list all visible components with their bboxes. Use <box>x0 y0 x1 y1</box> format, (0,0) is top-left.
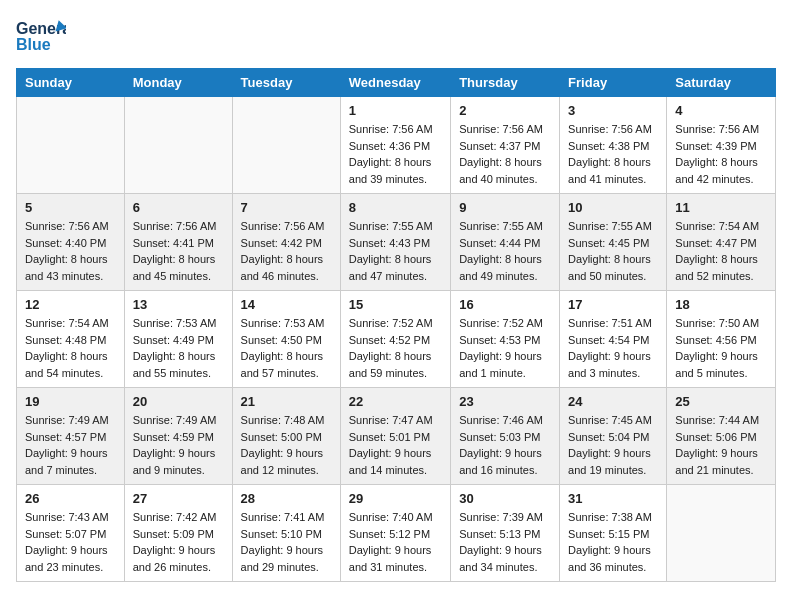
calendar-cell: 5Sunrise: 7:56 AMSunset: 4:40 PMDaylight… <box>17 194 125 291</box>
calendar-cell <box>232 97 340 194</box>
day-number: 23 <box>459 394 551 409</box>
calendar-cell: 16Sunrise: 7:52 AMSunset: 4:53 PMDayligh… <box>451 291 560 388</box>
day-info: Sunrise: 7:53 AMSunset: 4:50 PMDaylight:… <box>241 315 332 381</box>
calendar-cell: 13Sunrise: 7:53 AMSunset: 4:49 PMDayligh… <box>124 291 232 388</box>
calendar-cell: 15Sunrise: 7:52 AMSunset: 4:52 PMDayligh… <box>340 291 450 388</box>
day-info: Sunrise: 7:51 AMSunset: 4:54 PMDaylight:… <box>568 315 658 381</box>
day-info: Sunrise: 7:52 AMSunset: 4:53 PMDaylight:… <box>459 315 551 381</box>
calendar-cell: 12Sunrise: 7:54 AMSunset: 4:48 PMDayligh… <box>17 291 125 388</box>
calendar-cell <box>17 97 125 194</box>
day-info: Sunrise: 7:50 AMSunset: 4:56 PMDaylight:… <box>675 315 767 381</box>
calendar-week-2: 5Sunrise: 7:56 AMSunset: 4:40 PMDaylight… <box>17 194 776 291</box>
day-number: 31 <box>568 491 658 506</box>
calendar-week-1: 1Sunrise: 7:56 AMSunset: 4:36 PMDaylight… <box>17 97 776 194</box>
day-info: Sunrise: 7:54 AMSunset: 4:47 PMDaylight:… <box>675 218 767 284</box>
day-number: 17 <box>568 297 658 312</box>
logo-icon: General Blue <box>16 16 66 56</box>
day-number: 12 <box>25 297 116 312</box>
calendar-cell: 24Sunrise: 7:45 AMSunset: 5:04 PMDayligh… <box>560 388 667 485</box>
day-info: Sunrise: 7:56 AMSunset: 4:40 PMDaylight:… <box>25 218 116 284</box>
day-number: 26 <box>25 491 116 506</box>
day-number: 14 <box>241 297 332 312</box>
day-info: Sunrise: 7:44 AMSunset: 5:06 PMDaylight:… <box>675 412 767 478</box>
day-info: Sunrise: 7:56 AMSunset: 4:42 PMDaylight:… <box>241 218 332 284</box>
weekday-header-friday: Friday <box>560 69 667 97</box>
day-number: 6 <box>133 200 224 215</box>
calendar-cell: 1Sunrise: 7:56 AMSunset: 4:36 PMDaylight… <box>340 97 450 194</box>
calendar-cell: 2Sunrise: 7:56 AMSunset: 4:37 PMDaylight… <box>451 97 560 194</box>
day-info: Sunrise: 7:56 AMSunset: 4:39 PMDaylight:… <box>675 121 767 187</box>
day-number: 20 <box>133 394 224 409</box>
day-info: Sunrise: 7:52 AMSunset: 4:52 PMDaylight:… <box>349 315 442 381</box>
day-number: 11 <box>675 200 767 215</box>
day-number: 5 <box>25 200 116 215</box>
svg-text:Blue: Blue <box>16 36 51 53</box>
day-info: Sunrise: 7:49 AMSunset: 4:59 PMDaylight:… <box>133 412 224 478</box>
calendar-cell: 14Sunrise: 7:53 AMSunset: 4:50 PMDayligh… <box>232 291 340 388</box>
weekday-header-wednesday: Wednesday <box>340 69 450 97</box>
day-info: Sunrise: 7:48 AMSunset: 5:00 PMDaylight:… <box>241 412 332 478</box>
calendar-header-row: SundayMondayTuesdayWednesdayThursdayFrid… <box>17 69 776 97</box>
day-number: 30 <box>459 491 551 506</box>
day-number: 15 <box>349 297 442 312</box>
calendar-cell: 22Sunrise: 7:47 AMSunset: 5:01 PMDayligh… <box>340 388 450 485</box>
calendar-table: SundayMondayTuesdayWednesdayThursdayFrid… <box>16 68 776 582</box>
day-info: Sunrise: 7:56 AMSunset: 4:38 PMDaylight:… <box>568 121 658 187</box>
calendar-cell: 8Sunrise: 7:55 AMSunset: 4:43 PMDaylight… <box>340 194 450 291</box>
calendar-cell: 27Sunrise: 7:42 AMSunset: 5:09 PMDayligh… <box>124 485 232 582</box>
day-number: 13 <box>133 297 224 312</box>
logo: General Blue <box>16 16 66 56</box>
day-number: 16 <box>459 297 551 312</box>
day-number: 1 <box>349 103 442 118</box>
day-info: Sunrise: 7:55 AMSunset: 4:43 PMDaylight:… <box>349 218 442 284</box>
calendar-cell: 17Sunrise: 7:51 AMSunset: 4:54 PMDayligh… <box>560 291 667 388</box>
day-info: Sunrise: 7:46 AMSunset: 5:03 PMDaylight:… <box>459 412 551 478</box>
calendar-cell: 29Sunrise: 7:40 AMSunset: 5:12 PMDayligh… <box>340 485 450 582</box>
day-info: Sunrise: 7:56 AMSunset: 4:36 PMDaylight:… <box>349 121 442 187</box>
calendar-cell: 7Sunrise: 7:56 AMSunset: 4:42 PMDaylight… <box>232 194 340 291</box>
day-info: Sunrise: 7:53 AMSunset: 4:49 PMDaylight:… <box>133 315 224 381</box>
weekday-header-monday: Monday <box>124 69 232 97</box>
day-info: Sunrise: 7:56 AMSunset: 4:37 PMDaylight:… <box>459 121 551 187</box>
day-info: Sunrise: 7:41 AMSunset: 5:10 PMDaylight:… <box>241 509 332 575</box>
calendar-cell: 23Sunrise: 7:46 AMSunset: 5:03 PMDayligh… <box>451 388 560 485</box>
calendar-cell: 6Sunrise: 7:56 AMSunset: 4:41 PMDaylight… <box>124 194 232 291</box>
day-number: 25 <box>675 394 767 409</box>
day-info: Sunrise: 7:45 AMSunset: 5:04 PMDaylight:… <box>568 412 658 478</box>
day-info: Sunrise: 7:55 AMSunset: 4:44 PMDaylight:… <box>459 218 551 284</box>
calendar-week-4: 19Sunrise: 7:49 AMSunset: 4:57 PMDayligh… <box>17 388 776 485</box>
day-number: 4 <box>675 103 767 118</box>
calendar-cell: 10Sunrise: 7:55 AMSunset: 4:45 PMDayligh… <box>560 194 667 291</box>
day-info: Sunrise: 7:43 AMSunset: 5:07 PMDaylight:… <box>25 509 116 575</box>
day-number: 18 <box>675 297 767 312</box>
calendar-cell: 31Sunrise: 7:38 AMSunset: 5:15 PMDayligh… <box>560 485 667 582</box>
day-number: 9 <box>459 200 551 215</box>
day-number: 2 <box>459 103 551 118</box>
weekday-header-thursday: Thursday <box>451 69 560 97</box>
page-header: General Blue <box>16 16 776 56</box>
day-info: Sunrise: 7:47 AMSunset: 5:01 PMDaylight:… <box>349 412 442 478</box>
calendar-cell: 21Sunrise: 7:48 AMSunset: 5:00 PMDayligh… <box>232 388 340 485</box>
day-number: 29 <box>349 491 442 506</box>
day-number: 22 <box>349 394 442 409</box>
day-number: 10 <box>568 200 658 215</box>
calendar-cell: 30Sunrise: 7:39 AMSunset: 5:13 PMDayligh… <box>451 485 560 582</box>
calendar-cell: 25Sunrise: 7:44 AMSunset: 5:06 PMDayligh… <box>667 388 776 485</box>
calendar-cell: 19Sunrise: 7:49 AMSunset: 4:57 PMDayligh… <box>17 388 125 485</box>
calendar-week-3: 12Sunrise: 7:54 AMSunset: 4:48 PMDayligh… <box>17 291 776 388</box>
day-info: Sunrise: 7:40 AMSunset: 5:12 PMDaylight:… <box>349 509 442 575</box>
calendar-week-5: 26Sunrise: 7:43 AMSunset: 5:07 PMDayligh… <box>17 485 776 582</box>
weekday-header-saturday: Saturday <box>667 69 776 97</box>
calendar-cell <box>667 485 776 582</box>
day-number: 28 <box>241 491 332 506</box>
day-number: 8 <box>349 200 442 215</box>
calendar-cell: 3Sunrise: 7:56 AMSunset: 4:38 PMDaylight… <box>560 97 667 194</box>
day-info: Sunrise: 7:55 AMSunset: 4:45 PMDaylight:… <box>568 218 658 284</box>
day-info: Sunrise: 7:38 AMSunset: 5:15 PMDaylight:… <box>568 509 658 575</box>
calendar-cell: 4Sunrise: 7:56 AMSunset: 4:39 PMDaylight… <box>667 97 776 194</box>
day-info: Sunrise: 7:39 AMSunset: 5:13 PMDaylight:… <box>459 509 551 575</box>
day-number: 3 <box>568 103 658 118</box>
calendar-cell: 11Sunrise: 7:54 AMSunset: 4:47 PMDayligh… <box>667 194 776 291</box>
day-info: Sunrise: 7:42 AMSunset: 5:09 PMDaylight:… <box>133 509 224 575</box>
day-number: 21 <box>241 394 332 409</box>
